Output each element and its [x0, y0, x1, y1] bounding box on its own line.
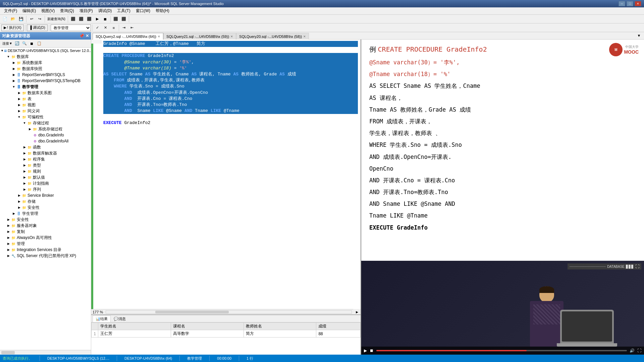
stmgmt-expand[interactable]: ▶ — [11, 211, 16, 216]
tree-server-objects[interactable]: ▶ 📁 服务器对象 — [0, 223, 91, 229]
tree-integration-services[interactable]: ▶ 📁 Integration Services 目录 — [0, 247, 91, 253]
tab-query2-close[interactable]: ✕ — [158, 35, 160, 38]
tree-jxgl-diagram[interactable]: ▶ 📁 数据库关系图 — [0, 90, 91, 96]
oe-pin-icon[interactable]: 📌 — [79, 34, 84, 38]
tree-defaults[interactable]: ▶ 📁 默认值 — [0, 174, 91, 180]
jxgl-expand[interactable]: ▼ — [11, 84, 16, 89]
tree-db-snapshot[interactable]: ▶ 📁 数据库快照 — [0, 66, 91, 72]
tree-sys-procs[interactable]: ▶ 📁 系统存储过程 — [0, 126, 91, 132]
new-query-button[interactable]: 📄 — [1, 15, 9, 23]
tree-jxgl[interactable]: ▼ 🗄 教学管理 — [0, 84, 91, 90]
db-expand[interactable]: ▼ — [6, 54, 11, 59]
tree-synonyms[interactable]: ▶ 📁 同义词 — [0, 108, 91, 114]
oe-refresh-btn[interactable]: 🔄 — [13, 40, 21, 47]
tree-views[interactable]: ▶ 📁 视图 — [0, 102, 91, 108]
menu-edit[interactable]: 编辑(E) — [20, 7, 39, 14]
tree-security-jxgl[interactable]: ▶ 📁 安全性 — [0, 204, 91, 210]
menu-project[interactable]: 项目(P) — [77, 7, 96, 14]
oe-connect-btn[interactable]: 连接▼ — [1, 40, 13, 47]
results-tab-messages[interactable]: 💬 消息 — [111, 315, 129, 322]
tb-btn5[interactable]: ⏹ — [102, 15, 109, 23]
seq-expand[interactable]: ▶ — [22, 187, 27, 192]
results-btn[interactable]: ≡ — [110, 24, 117, 32]
tree-sql-agent[interactable]: ▶ 🔧 SQL Server 代理(已禁用代理 XP) — [0, 253, 91, 259]
tb-btn3[interactable]: ⬛ — [86, 15, 93, 23]
new-query-btn2[interactable]: 新建查询(N) — [46, 15, 66, 23]
save-button[interactable]: 💾 — [17, 15, 25, 23]
tree-student-mgmt[interactable]: ▶ 🗄 学生管理 — [0, 210, 91, 217]
tree-reportserver[interactable]: ▶ 🗄 ReportServer$MYSQLS — [0, 72, 91, 78]
indent-btn[interactable]: ⇥ — [120, 24, 128, 32]
video-volume-btn[interactable]: 🔊 — [630, 348, 635, 353]
rules-expand[interactable]: ▶ — [22, 169, 27, 174]
rs-expand[interactable]: ▶ — [11, 72, 16, 77]
video-play-btn[interactable]: ▶ — [364, 348, 367, 353]
oe-scroll-bar[interactable] — [0, 350, 91, 355]
tb-btn4[interactable]: ▶ — [94, 15, 101, 23]
tb-btn1[interactable]: ⬛ — [69, 15, 77, 23]
menu-view[interactable]: 视图(V) — [39, 7, 57, 14]
cancel-exec-btn[interactable]: ✕ — [102, 24, 109, 32]
root-expand[interactable]: ▼ — [1, 48, 4, 53]
video-fullscreen-btn[interactable]: ⛶ — [635, 264, 639, 269]
h-scrollbar-thumb[interactable] — [155, 311, 229, 313]
syn-expand[interactable]: ▶ — [17, 109, 21, 113]
tree-programmability[interactable]: ▼ 📁 可编程性 — [0, 114, 91, 120]
open-button[interactable]: 📂 — [9, 15, 17, 23]
tree-root[interactable]: ▼ 🖥 DESKTOP-U4VD58B\MYSQLS (SQL Server 1… — [0, 48, 91, 54]
menu-file[interactable]: 文件(F) — [1, 7, 20, 14]
agent-expand[interactable]: ▶ — [6, 253, 11, 258]
tab-query21-close[interactable]: ✕ — [230, 35, 233, 38]
tree-sequences[interactable]: ▶ 📁 序列 — [0, 186, 91, 192]
tree-storage[interactable]: ▶ 📁 存储 — [0, 198, 91, 204]
ao-expand[interactable]: ▶ — [6, 235, 11, 240]
tab-query20-close[interactable]: ✕ — [303, 35, 306, 38]
unindent-btn[interactable]: ⇤ — [128, 24, 136, 32]
tree-management[interactable]: ▶ 📁 管理 — [0, 241, 91, 247]
oe-filter-btn[interactable]: 🔍 — [21, 40, 28, 47]
oe-close-icon[interactable]: ✕ — [86, 34, 89, 38]
tab-query2[interactable]: SQLQuery2.sql -...U4VD58B\hx (64)) ✕ — [93, 33, 163, 40]
tree-functions[interactable]: ▶ 📁 函数 — [0, 144, 91, 150]
func-expand[interactable]: ▶ — [22, 145, 27, 149]
tree-stored-procs[interactable]: ▼ 📁 存储过程 — [0, 120, 91, 126]
tables-expand[interactable]: ▶ — [17, 97, 21, 101]
maximize-button[interactable]: □ — [627, 1, 633, 6]
security-expand[interactable]: ▶ — [6, 217, 11, 222]
so-expand[interactable]: ▶ — [6, 223, 11, 228]
prog-expand[interactable]: ▼ — [17, 115, 21, 119]
results-tab-results[interactable]: 📊 结果 — [93, 315, 111, 322]
menu-tools[interactable]: 工具(T) — [114, 7, 133, 14]
tree-gradeinfo[interactable]: ⚙ dbo.GradeInfo — [0, 132, 91, 138]
tree-reportserver-temp[interactable]: ▶ 🗄 ReportServer$MYSQLSTempDB — [0, 78, 91, 84]
parse-btn[interactable]: ✓ — [94, 24, 101, 32]
def-expand[interactable]: ▶ — [22, 175, 27, 180]
video-progress-bar[interactable] — [376, 350, 627, 351]
rst-expand[interactable]: ▶ — [11, 78, 16, 83]
h-scrollbar[interactable]: 177 % ▶ — [91, 309, 361, 314]
debug-button[interactable]: ▐ 调试(D) — [27, 24, 48, 31]
sysdb-expand[interactable]: ▶ — [11, 60, 16, 65]
dbt-expand[interactable]: ▶ — [22, 151, 27, 156]
oe-stop-btn[interactable]: ⏹ — [28, 40, 36, 47]
tree-alwayson[interactable]: ▶ 📁 AlwaysOn 高可用性 — [0, 235, 91, 241]
tree-databases[interactable]: ▼ 📁 数据库 — [0, 54, 91, 60]
tb-btn6[interactable]: ⬛ — [112, 15, 119, 23]
tree-system-db[interactable]: ▶ 📁 系统数据库 — [0, 60, 91, 66]
views-expand[interactable]: ▶ — [17, 103, 21, 107]
execute-button[interactable]: ▶ ! 执行(X) — [1, 24, 24, 31]
tree-tables[interactable]: ▶ 📁 表 — [0, 96, 91, 102]
close-button[interactable]: ✕ — [635, 1, 641, 6]
sql-editor[interactable]: GradeInfo @Sname 工仁芳，@Tname 简方 CREATE PR… — [91, 40, 361, 309]
minimize-button[interactable]: ─ — [619, 1, 625, 6]
menu-help[interactable]: 帮助(H) — [153, 7, 172, 14]
tree-replication[interactable]: ▶ 📁 复制 — [0, 229, 91, 235]
sql-code-content[interactable]: GradeInfo @Sname 工仁芳，@Tname 简方 CREATE PR… — [91, 40, 361, 140]
gi-expand[interactable] — [28, 133, 32, 137]
tab-query21[interactable]: SQLQuery21.sql -...U4VD58B\hx (59)) ✕ — [163, 33, 236, 40]
tree-dbtriggers[interactable]: ▶ 📁 数据库触发器 — [0, 150, 91, 156]
tree-types[interactable]: ▶ 📁 类型 — [0, 162, 91, 168]
sp-expand[interactable]: ▼ — [22, 121, 27, 125]
snapshot-expand[interactable]: ▶ — [11, 66, 16, 71]
tree-rules[interactable]: ▶ 📁 规则 — [0, 168, 91, 174]
